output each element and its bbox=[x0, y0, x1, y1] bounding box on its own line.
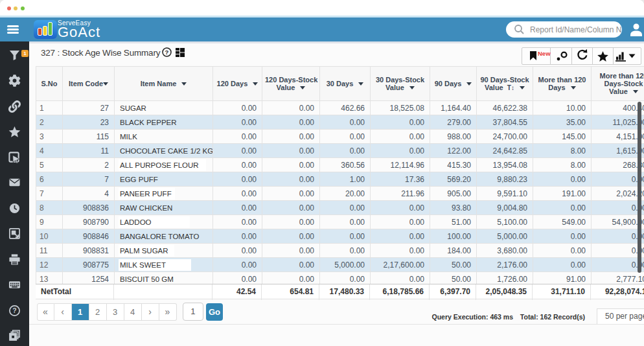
svg-text:?: ? bbox=[165, 49, 169, 56]
svg-text:New: New bbox=[538, 50, 551, 57]
svg-text:?: ? bbox=[12, 307, 16, 314]
